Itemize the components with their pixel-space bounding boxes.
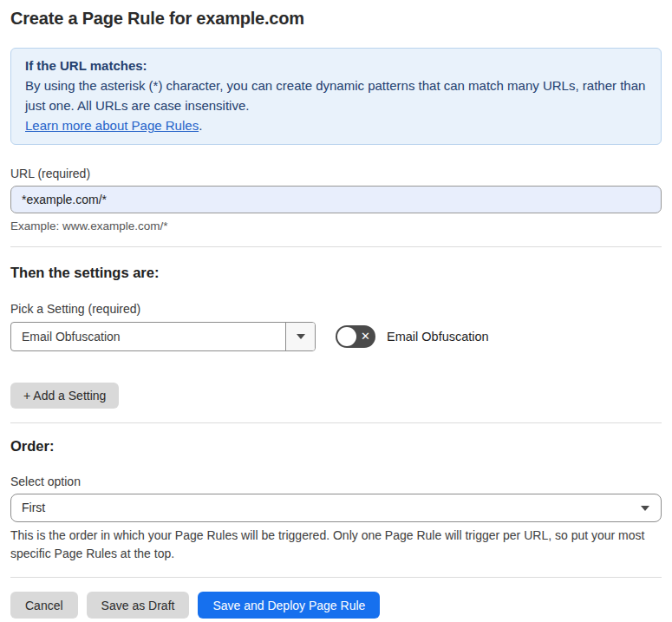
divider xyxy=(10,422,662,423)
order-select-value: First xyxy=(22,501,45,514)
learn-more-link[interactable]: Learn more about Page Rules xyxy=(25,118,199,133)
create-page-rule-form: Create a Page Rule for example.com If th… xyxy=(0,0,672,619)
save-and-deploy-button[interactable]: Save and Deploy Page Rule xyxy=(198,592,380,619)
url-matches-info-box: If the URL matches: By using the asteris… xyxy=(10,48,662,145)
toggle-label: Email Obfuscation xyxy=(387,330,489,344)
caret-down-icon xyxy=(641,506,649,511)
caret-down-icon xyxy=(297,334,305,339)
order-section-heading: Order: xyxy=(10,438,662,455)
url-example-helper: Example: www.example.com/* xyxy=(10,219,662,232)
save-as-draft-button[interactable]: Save as Draft xyxy=(87,592,190,619)
url-input[interactable] xyxy=(10,186,662,213)
pick-setting-label: Pick a Setting (required) xyxy=(10,302,662,316)
info-box-body: By using the asterisk (*) character, you… xyxy=(25,75,647,115)
order-select[interactable]: First xyxy=(10,494,662,522)
setting-row: Email Obfuscation ✕ Email Obfuscation xyxy=(10,322,662,351)
settings-section-heading: Then the settings are: xyxy=(10,265,662,281)
divider xyxy=(10,577,662,578)
order-select-label: Select option xyxy=(10,475,662,488)
toggle-off-x-icon: ✕ xyxy=(361,331,370,342)
email-obfuscation-toggle[interactable]: ✕ xyxy=(336,325,375,348)
info-box-link-line: Learn more about Page Rules. xyxy=(25,115,647,135)
setting-select[interactable]: Email Obfuscation xyxy=(10,322,316,351)
divider xyxy=(10,246,662,247)
page-title: Create a Page Rule for example.com xyxy=(10,9,662,29)
url-field-label: URL (required) xyxy=(10,167,662,180)
add-setting-button[interactable]: + Add a Setting xyxy=(10,383,119,409)
link-suffix: . xyxy=(199,118,202,133)
setting-select-value: Email Obfuscation xyxy=(11,323,285,350)
order-helper-text: This is the order in which your Page Rul… xyxy=(10,527,662,563)
cancel-button[interactable]: Cancel xyxy=(10,592,78,619)
footer-actions: Cancel Save as Draft Save and Deploy Pag… xyxy=(10,592,662,619)
info-box-heading: If the URL matches: xyxy=(25,56,647,75)
setting-select-dropdown-button[interactable] xyxy=(285,323,315,350)
toggle-knob xyxy=(337,327,356,346)
